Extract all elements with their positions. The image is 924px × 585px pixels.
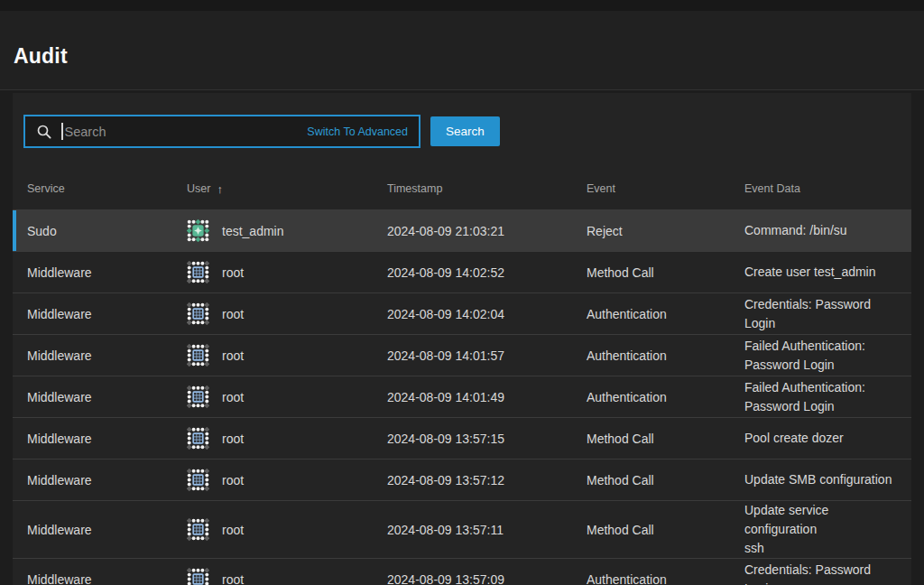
timestamp-cell: 2024-08-09 13:57:11 xyxy=(373,501,572,558)
service-cell: Middleware xyxy=(13,559,172,585)
username: root xyxy=(222,473,244,488)
column-header-event_data[interactable]: Event Data xyxy=(730,182,911,195)
top-bar xyxy=(0,0,924,11)
table-row[interactable]: Middlewareroot2024-08-09 13:57:15Method … xyxy=(13,417,911,459)
user-cell: root xyxy=(172,293,373,334)
table-row[interactable]: Sudotest_admin2024-08-09 21:03:21RejectC… xyxy=(13,209,911,251)
search-box[interactable]: Switch To Advanced xyxy=(23,115,420,148)
event-cell: Method Call xyxy=(572,501,730,558)
user-avatar-icon xyxy=(187,219,209,242)
service-cell: Sudo xyxy=(13,210,172,251)
user-avatar-icon xyxy=(187,469,209,491)
user-cell: root xyxy=(172,418,373,459)
event-cell: Method Call xyxy=(572,418,730,459)
username: root xyxy=(222,523,244,537)
event-data-cell: Failed Authentication: Password Login xyxy=(730,335,911,376)
column-header-event[interactable]: Event xyxy=(572,182,730,195)
user-cell: root xyxy=(172,559,373,585)
event-data-cell: Pool create dozer xyxy=(730,418,911,459)
table-row[interactable]: Middlewareroot2024-08-09 14:02:04Authent… xyxy=(13,292,911,334)
search-icon xyxy=(36,124,52,140)
service-cell: Middleware xyxy=(13,376,172,417)
timestamp-cell: 2024-08-09 14:01:49 xyxy=(373,376,572,417)
audit-table: ServiceUser↑TimestampEventEvent Data Sud… xyxy=(13,168,911,585)
event-cell: Method Call xyxy=(572,252,730,292)
table-body: Sudotest_admin2024-08-09 21:03:21RejectC… xyxy=(13,209,911,585)
table-header-row: ServiceUser↑TimestampEventEvent Data xyxy=(13,168,911,209)
page-header: Audit xyxy=(0,11,924,90)
timestamp-cell: 2024-08-09 13:57:09 xyxy=(373,559,572,585)
column-label: Event xyxy=(587,182,615,195)
column-label: Event Data xyxy=(744,182,800,195)
user-avatar-icon xyxy=(187,518,209,541)
column-label: Timestamp xyxy=(387,182,442,195)
table-row[interactable]: Middlewareroot2024-08-09 14:02:52Method … xyxy=(13,251,911,292)
timestamp-cell: 2024-08-09 21:03:21 xyxy=(373,210,572,251)
service-cell: Middleware xyxy=(13,460,172,500)
column-header-service[interactable]: Service xyxy=(13,182,172,195)
username: root xyxy=(222,348,244,363)
timestamp-cell: 2024-08-09 13:57:12 xyxy=(373,460,572,500)
table-row[interactable]: Middlewareroot2024-08-09 14:01:57Authent… xyxy=(13,334,911,376)
username: test_admin xyxy=(222,224,283,238)
timestamp-cell: 2024-08-09 13:57:15 xyxy=(373,418,572,459)
audit-panel: Switch To Advanced Search ServiceUser↑Ti… xyxy=(13,93,911,585)
service-cell: Middleware xyxy=(13,335,172,376)
table-row[interactable]: Middlewareroot2024-08-09 14:01:49Authent… xyxy=(13,376,911,417)
user-cell: root xyxy=(172,501,373,558)
text-caret xyxy=(61,123,63,140)
event-data-cell: Command: /bin/su xyxy=(730,210,911,251)
user-cell: test_admin xyxy=(172,210,373,251)
event-data-cell: Credentials: Password Login xyxy=(730,559,911,585)
service-cell: Middleware xyxy=(13,252,172,292)
event-data-cell: Update SMB configuration xyxy=(730,460,911,500)
column-header-timestamp[interactable]: Timestamp xyxy=(373,182,572,195)
username: root xyxy=(222,390,244,404)
event-data-cell: Create user test_admin xyxy=(730,252,911,292)
event-cell: Authentication xyxy=(572,293,730,334)
sort-ascending-icon: ↑ xyxy=(217,182,223,196)
service-cell: Middleware xyxy=(13,418,172,459)
event-cell: Authentication xyxy=(572,335,730,376)
table-row[interactable]: Middlewareroot2024-08-09 13:57:12Method … xyxy=(13,459,911,500)
username: root xyxy=(222,265,244,280)
event-data-cell: Update service configuration ssh xyxy=(730,501,911,558)
column-label: Service xyxy=(27,182,65,195)
switch-to-advanced-link[interactable]: Switch To Advanced xyxy=(307,125,408,138)
search-bar: Switch To Advanced Search xyxy=(13,93,911,168)
timestamp-cell: 2024-08-09 14:01:57 xyxy=(373,335,572,376)
event-cell: Method Call xyxy=(572,460,730,500)
service-cell: Middleware xyxy=(13,293,172,334)
event-cell: Authentication xyxy=(572,559,730,585)
user-avatar-icon xyxy=(187,427,209,450)
user-avatar-icon xyxy=(187,302,209,325)
username: root xyxy=(222,307,244,321)
service-cell: Middleware xyxy=(13,501,172,558)
event-cell: Reject xyxy=(572,210,730,251)
username: root xyxy=(222,572,244,585)
event-data-cell: Credentials: Password Login xyxy=(730,293,911,334)
user-cell: root xyxy=(172,335,373,376)
user-avatar-icon xyxy=(187,568,209,585)
table-row[interactable]: Middlewareroot2024-08-09 13:57:09Authent… xyxy=(13,558,911,585)
user-avatar-icon xyxy=(187,261,209,283)
timestamp-cell: 2024-08-09 14:02:04 xyxy=(373,293,572,334)
page-title: Audit xyxy=(14,44,68,69)
column-label: User xyxy=(187,182,210,195)
username: root xyxy=(222,432,244,446)
search-button[interactable]: Search xyxy=(430,116,500,146)
user-cell: root xyxy=(172,376,373,417)
column-header-user[interactable]: User↑ xyxy=(172,182,373,196)
user-avatar-icon xyxy=(187,385,209,408)
user-avatar-icon xyxy=(187,344,209,367)
table-row[interactable]: Middlewareroot2024-08-09 13:57:11Method … xyxy=(13,500,911,558)
event-data-cell: Failed Authentication: Password Login xyxy=(730,376,911,417)
search-input[interactable] xyxy=(65,125,300,139)
user-cell: root xyxy=(172,252,373,292)
timestamp-cell: 2024-08-09 14:02:52 xyxy=(373,252,572,292)
user-cell: root xyxy=(172,460,373,500)
event-cell: Authentication xyxy=(572,376,730,417)
